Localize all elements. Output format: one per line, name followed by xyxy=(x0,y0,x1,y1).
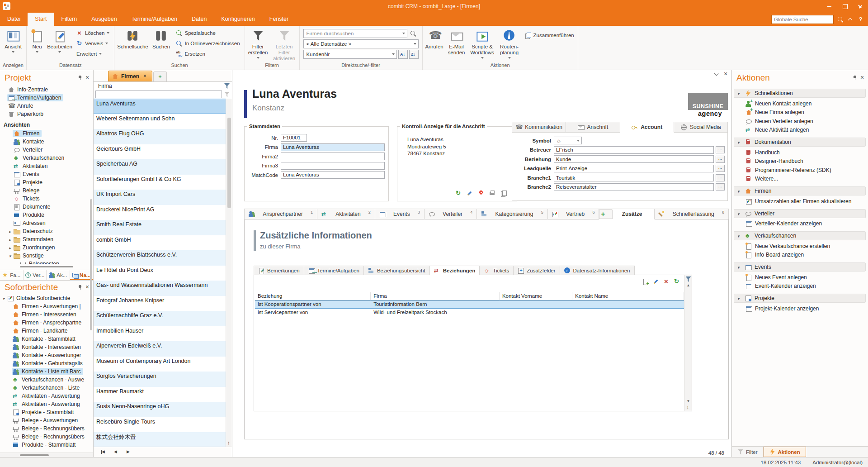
refresh-icon[interactable] xyxy=(674,278,680,285)
table-column-header[interactable]: Kontakt Name xyxy=(572,292,684,300)
scroll-up-icon[interactable] xyxy=(685,282,692,289)
sidebar-item[interactable]: Kontakte xyxy=(0,138,93,146)
onlineverzeichnisse-button[interactable]: In Onlineverzeichnissen xyxy=(174,39,241,48)
field-input[interactable] xyxy=(554,137,582,144)
sub-tab[interactable]: Beziehungen xyxy=(430,266,480,275)
report-item[interactable]: Produkte - Stammblatt xyxy=(0,441,93,449)
action-item[interactable]: Verteiler xyxy=(734,209,866,218)
report-item[interactable]: Kontakte - Auswertunger xyxy=(0,351,93,359)
report-item[interactable]: Belege - Rechnungsübers xyxy=(0,424,93,433)
bearbeiten-button[interactable]: Bearbeiten xyxy=(47,27,73,62)
close-panel-icon[interactable] xyxy=(84,284,90,291)
chevron-down-icon[interactable] xyxy=(737,295,742,301)
action-item[interactable]: Designer-Handbuch xyxy=(732,157,868,166)
company-row[interactable]: Immobilien Hauser xyxy=(94,326,226,342)
company-row[interactable]: Sorglos Versicherungen xyxy=(94,372,226,387)
copy-icon[interactable] xyxy=(500,190,507,196)
new-relation-icon[interactable] xyxy=(642,278,649,285)
report-item[interactable]: Verkaufschancen - Liste xyxy=(0,384,93,392)
sub-tab[interactable]: Datensatz-Informationen xyxy=(560,266,635,275)
action-item[interactable]: Weitere... xyxy=(732,175,868,184)
sidebar-bottom-tab[interactable]: Ak... xyxy=(47,270,70,280)
report-item[interactable]: Projekte - Stammblatt xyxy=(0,408,93,416)
panel-bottom-tab[interactable]: Aktionen xyxy=(764,447,806,457)
filter-erstellen-button[interactable]: Filter erstellen xyxy=(246,27,270,62)
reports-root[interactable]: Globale Sofortberichte xyxy=(0,294,93,302)
list-filter-input[interactable] xyxy=(95,91,222,98)
ribbon-tab[interactable]: Start xyxy=(28,13,54,26)
anrufen-button[interactable]: Anrufen xyxy=(424,27,445,62)
report-item[interactable]: Kontakte - Interessenten xyxy=(0,343,93,351)
ribbon-tab[interactable]: Termine/Aufgaben xyxy=(124,13,184,26)
close-panel-icon[interactable] xyxy=(859,75,865,81)
company-row[interactable]: Sofortlieferungen GmbH & Co KG xyxy=(94,175,226,190)
sidebar-item[interactable]: Sonstige xyxy=(0,252,93,260)
filter-icon[interactable] xyxy=(224,91,230,98)
detail-tab[interactable]: Verteiler 4 xyxy=(425,209,477,219)
company-row[interactable]: Albatros Flug OHG xyxy=(94,129,226,144)
report-item[interactable]: Kontakte - Liste mit Barc xyxy=(0,367,93,376)
company-row[interactable]: Schützenverein Blattschuss e.V. xyxy=(94,250,226,266)
field-input[interactable]: LFrisch xyxy=(554,146,714,154)
action-item[interactable]: Handbuch xyxy=(732,148,868,157)
report-item[interactable]: Firmen - Ansprechpartne xyxy=(0,319,93,327)
ribbon-tab[interactable]: Datei xyxy=(0,13,28,26)
action-item[interactable]: Firmen xyxy=(734,186,866,195)
twisty-icon[interactable] xyxy=(7,236,13,243)
zusammenfuehren-button[interactable]: Zusammenführen xyxy=(522,30,577,40)
report-item[interactable]: Belege - Rechnungsübers xyxy=(0,433,93,441)
column-filter-icon[interactable] xyxy=(224,83,230,89)
company-row[interactable]: Museum of Contemporary Art London xyxy=(94,357,226,372)
field-input[interactable]: Touristik xyxy=(554,174,714,181)
sidebar-item[interactable]: Anrufe xyxy=(0,102,93,110)
table-row[interactable]: ist Servicepartner von Wild- und Freizei… xyxy=(255,309,684,317)
sidebar-item[interactable]: Verteiler xyxy=(0,146,93,154)
action-item[interactable]: Verkaufschancen xyxy=(734,231,866,240)
action-item[interactable]: Programmierer-Referenz (SDK) xyxy=(732,166,868,175)
detail-tab[interactable]: Events 3 xyxy=(375,209,425,219)
action-item[interactable]: Dokumentation xyxy=(734,138,866,147)
company-row[interactable]: Druckerei NicePrint AG xyxy=(94,205,226,220)
split-handle-icon[interactable] xyxy=(226,440,232,446)
twisty-icon[interactable] xyxy=(7,253,13,259)
scrollbar-thumb[interactable] xyxy=(227,118,231,208)
loeschen-button[interactable]: Löschen xyxy=(75,29,111,38)
ribbon-tab[interactable]: Fenster xyxy=(262,13,296,26)
neu-button[interactable]: Neu xyxy=(28,27,47,62)
sub-tab[interactable]: Bemerkungen xyxy=(254,266,304,275)
global-search-icon[interactable] xyxy=(837,16,844,23)
twisty-icon[interactable] xyxy=(1,295,6,301)
direktsuche-go-button[interactable] xyxy=(409,29,418,38)
detail-tab[interactable]: Vertrieb 6 xyxy=(548,209,599,219)
account-tab[interactable]: Anschrift xyxy=(566,122,620,133)
detail-tab[interactable]: Zusätze xyxy=(613,209,654,219)
sidebar-item[interactable]: Produkte xyxy=(0,211,93,219)
sidebar-scrollbar[interactable] xyxy=(90,199,92,330)
company-row[interactable]: Le Hôtel du Pont Deux xyxy=(94,266,226,281)
spezialsuche-button[interactable]: Spezialsuche xyxy=(174,29,241,38)
scroll-down-icon[interactable] xyxy=(685,398,692,405)
detail-tab[interactable] xyxy=(599,209,613,219)
sidebar-item[interactable]: Dokumente xyxy=(0,203,93,211)
company-row[interactable]: combit GmbH xyxy=(94,235,226,251)
detail-tab[interactable]: Schnellerfassung 8 xyxy=(655,209,729,219)
report-item[interactable]: Kontakte - Stammblatt xyxy=(0,335,93,343)
company-row[interactable]: Susis Neon-Nasenringe oHG xyxy=(94,402,226,417)
sort-descending-button[interactable] xyxy=(409,50,419,59)
list-column-header[interactable]: Firma xyxy=(98,83,112,89)
sort-ascending-button[interactable] xyxy=(398,50,408,59)
company-row[interactable]: Fotograf Johannes Knipser xyxy=(94,296,226,311)
map-pin-icon[interactable] xyxy=(478,190,484,196)
panel-splitter[interactable] xyxy=(0,264,93,270)
print-icon[interactable] xyxy=(489,190,495,196)
table-filter-icon[interactable] xyxy=(685,276,692,282)
twisty-icon[interactable] xyxy=(7,244,13,251)
sortierung-combo[interactable]: KundenNr xyxy=(303,50,397,59)
action-item[interactable]: Event-Kalender anzeigen xyxy=(732,282,868,291)
company-row[interactable]: Weberei Seitenmann und Sohn xyxy=(94,114,226,129)
company-row[interactable]: Hammer Baumarkt xyxy=(94,387,226,402)
ribbon-tab[interactable]: Konfigurieren xyxy=(214,13,262,26)
horizontal-scrollbar[interactable] xyxy=(0,453,93,457)
sidebar-item[interactable]: Verkaufschancen xyxy=(0,154,93,162)
next-record-button[interactable] xyxy=(125,449,132,455)
